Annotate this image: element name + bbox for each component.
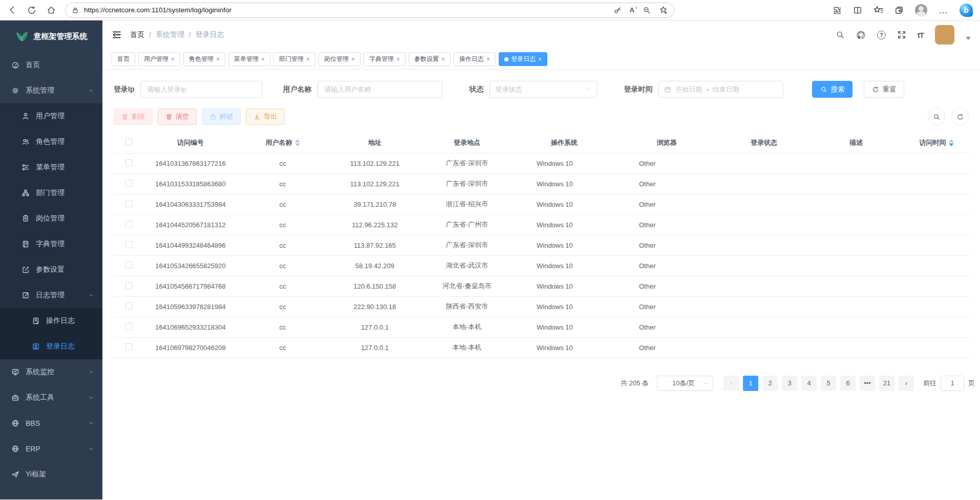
close-icon[interactable]: × — [396, 56, 400, 63]
sidebar-item-bbs[interactable]: BBS — [0, 410, 102, 436]
tab-dept-mgmt[interactable]: 部门管理× — [273, 52, 315, 66]
row-checkbox[interactable] — [125, 241, 133, 248]
tab-user-mgmt[interactable]: 用户管理× — [138, 52, 180, 66]
url-text[interactable]: https://ccnetcore.com:1101/system/log/lo… — [84, 6, 608, 14]
table-row[interactable]: 1641059633978281984 cc 222.90.130.18 陕西省… — [114, 296, 971, 317]
address-bar[interactable]: https://ccnetcore.com:1101/system/log/lo… — [65, 3, 674, 18]
col-login-status[interactable]: 登录状态 — [718, 133, 810, 153]
home-icon[interactable] — [47, 6, 56, 15]
refresh-icon[interactable] — [27, 6, 36, 15]
back-icon[interactable] — [7, 5, 17, 15]
goto-page-input[interactable] — [941, 376, 964, 391]
sidebar-item-erp[interactable]: ERP — [0, 436, 102, 462]
page-button-2[interactable]: 2 — [762, 376, 778, 391]
sidebar-item-log-mgmt[interactable]: 日志管理 — [0, 282, 102, 308]
tab-menu-mgmt[interactable]: 菜单管理× — [228, 52, 270, 66]
row-checkbox[interactable] — [125, 323, 133, 330]
tab-login-log[interactable]: 登录日志× — [499, 52, 547, 66]
col-os[interactable]: 操作系统 — [513, 133, 615, 153]
sidebar-item-yi-framework[interactable]: Yi框架 — [0, 462, 102, 487]
avatar-caret-down-icon[interactable] — [966, 37, 971, 40]
row-checkbox[interactable] — [125, 302, 133, 310]
sidebar-item-post-mgmt[interactable]: 岗位管理 — [0, 206, 102, 231]
close-icon[interactable]: × — [216, 56, 220, 63]
clear-button[interactable]: 清空 — [158, 108, 197, 125]
sidebar-item-user-mgmt[interactable]: 用户管理 — [0, 103, 102, 129]
export-button[interactable]: 导出 — [246, 108, 285, 125]
sidebar-item-role-mgmt[interactable]: 角色管理 — [0, 129, 102, 155]
tab-post-mgmt[interactable]: 岗位管理× — [318, 52, 360, 66]
tab-home[interactable]: 首页 — [112, 52, 135, 66]
browser-more-icon[interactable]: … — [939, 6, 948, 15]
col-browser[interactable]: 浏览器 — [615, 133, 718, 153]
github-icon[interactable] — [856, 30, 866, 40]
unlock-button[interactable]: 解锁 — [202, 108, 241, 125]
reset-button[interactable]: 重置 — [864, 81, 904, 98]
page-size-select[interactable]: 10条/页 — [657, 376, 713, 391]
page-button-4[interactable]: 4 — [801, 376, 817, 391]
font-size-icon[interactable]: tT — [918, 31, 924, 39]
sidebar-item-dict-mgmt[interactable]: 字典管理 — [0, 231, 102, 257]
tab-operation-log[interactable]: 操作日志× — [454, 52, 496, 66]
date-range-picker[interactable]: 开始日期 - 结束日期 — [658, 81, 783, 98]
sidebar-item-system-mgmt[interactable]: 系统管理 — [0, 78, 102, 103]
table-row[interactable]: 1641044520567181312 cc 112.96.225.132 广东… — [114, 214, 971, 235]
tab-param-settings[interactable]: 参数设置× — [409, 52, 451, 66]
favorites-bar-icon[interactable] — [874, 5, 883, 15]
fullscreen-icon[interactable] — [897, 30, 906, 39]
table-row[interactable]: 1641054566717984768 cc 120.6.150.158 河北省… — [114, 276, 971, 296]
next-page-button[interactable]: › — [899, 376, 914, 391]
sidebar-item-system-monitor[interactable]: 系统监控 — [0, 359, 102, 385]
login-ip-input[interactable] — [140, 81, 262, 98]
table-row[interactable]: 1641069798270046208 cc 127.0.0.1 本地-本机 W… — [114, 337, 971, 358]
row-checkbox[interactable] — [125, 200, 133, 207]
sidebar-item-operation-log[interactable]: 操作日志 — [0, 308, 102, 334]
tab-role-mgmt[interactable]: 角色管理× — [183, 52, 225, 66]
row-checkbox[interactable] — [125, 282, 133, 289]
table-row[interactable]: 1641053426655825920 cc 58.19.42.209 湖北省-… — [114, 255, 971, 276]
favorite-add-icon[interactable] — [659, 6, 668, 14]
sort-icon[interactable] — [949, 139, 954, 146]
split-screen-icon[interactable] — [853, 6, 862, 15]
search-button[interactable]: 搜索 — [812, 81, 853, 98]
status-select[interactable]: 登录状态 — [489, 81, 597, 98]
user-avatar[interactable] — [935, 25, 954, 45]
more-pages-button[interactable]: ••• — [860, 376, 875, 391]
breadcrumb-system-mgmt[interactable]: 系统管理 — [156, 30, 184, 39]
sidebar-item-login-log[interactable]: 登录日志 — [0, 334, 102, 359]
close-icon[interactable]: × — [351, 56, 355, 63]
breadcrumb-home[interactable]: 首页 — [130, 30, 144, 39]
delete-button[interactable]: 删除 — [114, 108, 153, 125]
table-row[interactable]: 1641031533185863680 cc 113.102.129.221 广… — [114, 173, 971, 194]
col-description[interactable]: 描述 — [810, 133, 902, 153]
sidebar-item-system-tools[interactable]: 系统工具 — [0, 385, 102, 410]
sidebar-item-menu-mgmt[interactable]: 菜单管理 — [0, 155, 102, 180]
zoom-out-icon[interactable] — [643, 6, 651, 14]
sidebar-item-param-settings[interactable]: 参数设置 — [0, 257, 102, 282]
collapse-sidebar-icon[interactable] — [112, 30, 122, 40]
col-login-location[interactable]: 登录地点 — [421, 133, 513, 153]
refresh-table-button[interactable] — [951, 108, 969, 125]
page-button-3[interactable]: 3 — [782, 376, 797, 391]
tab-dict-mgmt[interactable]: 字典管理× — [364, 52, 406, 66]
toggle-search-button[interactable] — [928, 108, 945, 125]
table-row[interactable]: 1641044993248464896 cc 113.87.92.165 广东省… — [114, 235, 971, 255]
page-button-1[interactable]: 1 — [743, 376, 758, 391]
close-icon[interactable]: × — [306, 56, 310, 63]
table-row[interactable]: 1641031367863177216 cc 113.102.129.221 广… — [114, 153, 971, 173]
collections-icon[interactable] — [894, 6, 904, 15]
row-checkbox[interactable] — [125, 180, 133, 187]
extensions-icon[interactable] — [833, 6, 842, 15]
close-icon[interactable]: × — [441, 56, 445, 63]
page-button-5[interactable]: 5 — [821, 376, 836, 391]
read-aloud-icon[interactable]: A — [630, 7, 634, 13]
select-all-checkbox[interactable] — [125, 138, 133, 145]
browser-profile-icon[interactable] — [915, 4, 927, 16]
password-key-icon[interactable] — [613, 6, 622, 14]
sidebar-item-home[interactable]: 首页 — [0, 52, 102, 78]
row-checkbox[interactable] — [125, 343, 133, 351]
user-name-input[interactable] — [317, 81, 442, 98]
col-visit-id[interactable]: 访问编号 — [144, 133, 237, 153]
close-icon[interactable]: × — [261, 56, 265, 63]
table-row[interactable]: 1641043063331753984 cc 39.171.210.78 浙江省… — [114, 194, 971, 214]
